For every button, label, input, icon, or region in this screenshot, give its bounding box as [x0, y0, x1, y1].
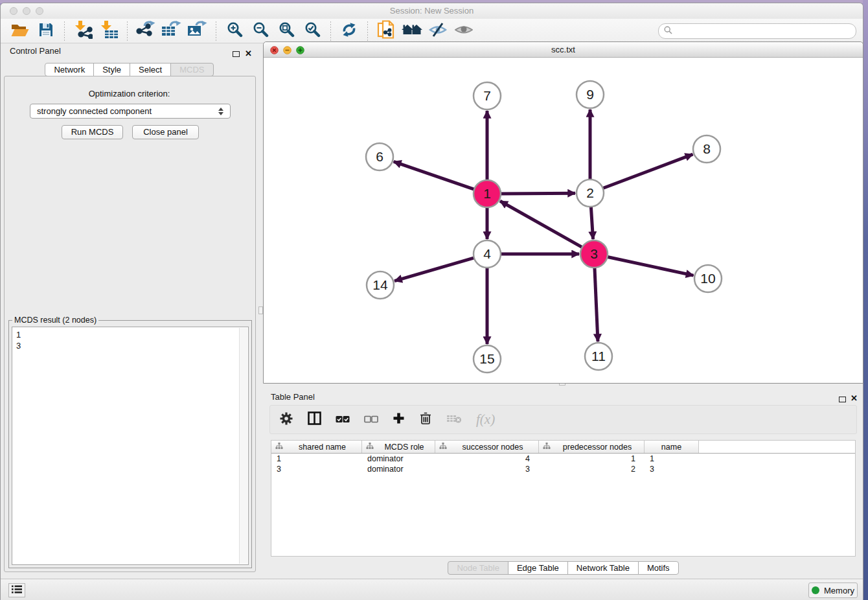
home-button[interactable] — [401, 21, 423, 41]
floppy-disk-icon — [38, 22, 54, 40]
control-panel-float-button[interactable] — [233, 48, 240, 60]
network-minimize-button[interactable] — [283, 45, 291, 57]
table-row[interactable]: 3dominator323 — [271, 464, 855, 474]
hide-selected-button[interactable] — [427, 21, 449, 41]
control-panel-close-button[interactable]: ✕ — [245, 47, 252, 59]
graph-edge-3-10[interactable] — [606, 257, 694, 275]
column-header-MCDS-role[interactable]: MCDS role — [362, 441, 435, 453]
graph-edge-2-3[interactable] — [591, 205, 593, 239]
memory-button[interactable]: Memory — [808, 583, 858, 598]
column-header-shared-name[interactable]: shared name — [271, 441, 362, 453]
tab-select[interactable]: Select — [130, 63, 171, 76]
tab-style[interactable]: Style — [93, 63, 130, 76]
graph-node-label-4: 4 — [483, 246, 491, 261]
graph-edge-3-11[interactable] — [595, 266, 598, 341]
add-column-button[interactable] — [393, 412, 405, 427]
table-cell: 1 — [539, 454, 645, 464]
show-all-button[interactable] — [453, 21, 475, 41]
tab-edge-table[interactable]: Edge Table — [508, 561, 568, 575]
open-folder-icon — [11, 22, 29, 40]
import-network-button[interactable] — [72, 21, 94, 41]
window-titlebar[interactable]: Session: New Session — [1, 3, 863, 19]
graph-edge-4-14[interactable] — [394, 257, 475, 281]
result-scrollbar[interactable] — [239, 328, 247, 564]
eye-slash-icon — [429, 22, 447, 40]
graph-node-label-14: 14 — [372, 277, 388, 292]
mcds-result-group: MCDS result (2 nodes) 1 3 — [8, 320, 252, 568]
graph-edge-1-2[interactable] — [499, 193, 575, 194]
table-settings-button[interactable] — [279, 411, 293, 428]
refresh-button[interactable] — [338, 21, 360, 41]
apply-function-button[interactable]: f(x) — [476, 411, 495, 428]
delete-column-button[interactable] — [446, 413, 462, 426]
table-cell: 1 — [645, 454, 699, 464]
zoom-selected-button[interactable] — [301, 21, 323, 41]
column-header-name[interactable]: name — [645, 441, 699, 453]
tab-mcds[interactable]: MCDS — [170, 63, 213, 76]
tab-network[interactable]: Network — [45, 63, 94, 76]
network-window-titlebar[interactable]: scc.txt — [264, 42, 863, 58]
tab-motifs[interactable]: Motifs — [638, 561, 679, 575]
close-traffic-light[interactable] — [10, 7, 17, 15]
open-session-button[interactable] — [9, 21, 31, 41]
table-panel-float-button[interactable] — [839, 393, 846, 405]
search-box[interactable] — [658, 23, 856, 39]
import-table-button[interactable] — [98, 21, 120, 41]
table-panel-close-button[interactable]: ✕ — [851, 392, 858, 404]
zoom-in-button[interactable] — [223, 21, 246, 41]
deselect-all-button[interactable] — [364, 414, 378, 426]
network-maximize-button[interactable] — [296, 45, 304, 57]
export-table-icon — [161, 21, 182, 41]
close-panel-button[interactable]: Close panel — [132, 125, 199, 139]
vertical-splitter-grip[interactable] — [258, 306, 263, 314]
tab-node-table[interactable]: Node Table — [448, 561, 508, 575]
graph-node-label-3: 3 — [590, 246, 598, 261]
export-image-button[interactable] — [187, 21, 209, 41]
column-header-predecessor-nodes[interactable]: predecessor nodes — [539, 441, 645, 453]
table-toolbar: f(x) — [269, 405, 857, 434]
save-session-button[interactable] — [35, 21, 57, 41]
import-network-icon — [73, 21, 93, 41]
select-all-button[interactable] — [336, 414, 350, 426]
home-icon — [401, 22, 423, 40]
table-cell: dominator — [362, 464, 435, 474]
graph-node-label-10: 10 — [700, 271, 715, 286]
zoom-fit-button[interactable] — [275, 21, 297, 41]
task-history-button[interactable] — [8, 583, 25, 597]
column-header-successor-nodes[interactable]: successor nodes — [435, 441, 539, 453]
search-input[interactable] — [676, 26, 851, 36]
minimize-traffic-light[interactable] — [23, 7, 30, 15]
table-row[interactable]: 1dominator411 — [271, 454, 855, 464]
zoom-in-icon — [227, 21, 243, 40]
search-icon — [664, 25, 672, 37]
clone-network-button[interactable] — [375, 21, 397, 41]
function-icon: f(x) — [476, 411, 495, 428]
run-mcds-button[interactable]: Run MCDS — [62, 125, 123, 139]
graph-edge-1-6[interactable] — [394, 161, 475, 189]
graph-edge-3-1[interactable] — [500, 201, 583, 248]
graph-node-label-8: 8 — [703, 141, 711, 156]
mcds-result-text: 1 3 — [16, 329, 21, 351]
graph-edge-2-8[interactable] — [602, 154, 693, 189]
delete-row-button[interactable] — [419, 411, 432, 428]
network-close-button[interactable] — [270, 45, 279, 57]
clone-network-icon — [377, 20, 395, 42]
zoom-out-button[interactable] — [249, 21, 271, 41]
table-cell: 4 — [435, 454, 539, 464]
tab-network-table[interactable]: Network Table — [567, 561, 639, 575]
plus-icon — [393, 412, 405, 427]
mcds-result-area[interactable]: 1 3 — [12, 327, 249, 565]
toggle-columns-button[interactable] — [308, 411, 321, 428]
table-panel-tabs: Node TableEdge TableNetwork TableMotifs — [263, 561, 863, 575]
export-table-button[interactable] — [161, 21, 183, 41]
graph-node-label-15: 15 — [479, 351, 494, 366]
criterion-select[interactable]: strongly connected component — [30, 104, 231, 119]
zoom-selected-icon — [304, 21, 321, 40]
memory-label: Memory — [824, 586, 854, 595]
select-chevrons-icon — [218, 108, 223, 115]
main-window: Session: New Session — [0, 3, 863, 600]
toolbar-separator — [216, 21, 216, 41]
network-canvas[interactable]: 7968124314101511 — [264, 58, 863, 384]
zoom-traffic-light[interactable] — [36, 7, 43, 15]
export-network-button[interactable] — [135, 21, 157, 41]
